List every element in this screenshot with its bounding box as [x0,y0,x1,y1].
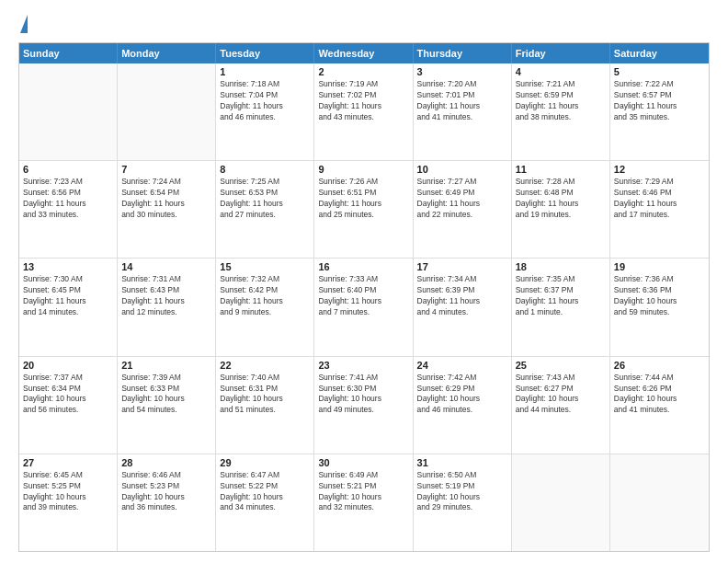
cell-content: Sunrise: 6:47 AMSunset: 5:22 PMDaylight:… [220,470,310,514]
header [18,15,710,33]
cal-cell-1-5: 3Sunrise: 7:20 AMSunset: 7:01 PMDaylight… [414,63,512,160]
weekday-header-monday: Monday [118,43,216,63]
cal-cell-1-1 [19,63,118,160]
day-number: 23 [318,360,408,371]
cal-cell-1-7: 5Sunrise: 7:22 AMSunset: 6:57 PMDaylight… [610,63,709,160]
day-number: 13 [23,261,113,272]
day-number: 25 [516,360,606,371]
day-number: 1 [220,66,310,77]
cell-content: Sunrise: 7:28 AMSunset: 6:48 PMDaylight:… [516,177,606,221]
cell-content: Sunrise: 7:37 AMSunset: 6:34 PMDaylight:… [23,373,113,417]
weekday-header-sunday: Sunday [19,43,118,63]
cell-content: Sunrise: 7:42 AMSunset: 6:29 PMDaylight:… [417,373,507,417]
cal-cell-5-2: 28Sunrise: 6:46 AMSunset: 5:23 PMDayligh… [118,454,216,551]
cal-cell-3-6: 18Sunrise: 7:35 AMSunset: 6:37 PMDayligh… [512,259,610,355]
day-number: 31 [417,457,507,468]
cell-content: Sunrise: 7:30 AMSunset: 6:45 PMDaylight:… [23,274,113,318]
cal-cell-2-7: 12Sunrise: 7:29 AMSunset: 6:46 PMDayligh… [610,161,709,258]
cell-content: Sunrise: 7:33 AMSunset: 6:40 PMDaylight:… [318,274,408,318]
cell-content: Sunrise: 7:39 AMSunset: 6:33 PMDaylight:… [121,373,211,417]
week-row-4: 20Sunrise: 7:37 AMSunset: 6:34 PMDayligh… [19,357,709,454]
cell-content: Sunrise: 6:45 AMSunset: 5:25 PMDaylight:… [23,470,113,514]
day-number: 10 [417,164,507,175]
cal-cell-2-2: 7Sunrise: 7:24 AMSunset: 6:54 PMDaylight… [118,161,216,258]
calendar: SundayMondayTuesdayWednesdayThursdayFrid… [18,42,710,552]
cell-content: Sunrise: 7:20 AMSunset: 7:01 PMDaylight:… [417,79,507,123]
day-number: 29 [220,457,310,468]
page: SundayMondayTuesdayWednesdayThursdayFrid… [0,0,728,563]
cell-content: Sunrise: 7:19 AMSunset: 7:02 PMDaylight:… [318,79,408,123]
day-number: 2 [318,66,408,77]
day-number: 7 [121,164,211,175]
cal-cell-4-2: 21Sunrise: 7:39 AMSunset: 6:33 PMDayligh… [118,357,216,454]
day-number: 5 [614,66,705,77]
cal-cell-5-3: 29Sunrise: 6:47 AMSunset: 5:22 PMDayligh… [216,454,314,551]
cell-content: Sunrise: 7:35 AMSunset: 6:37 PMDaylight:… [516,274,606,318]
cal-cell-5-1: 27Sunrise: 6:45 AMSunset: 5:25 PMDayligh… [19,454,118,551]
week-row-3: 13Sunrise: 7:30 AMSunset: 6:45 PMDayligh… [19,259,709,356]
cal-cell-5-4: 30Sunrise: 6:49 AMSunset: 5:21 PMDayligh… [314,454,413,551]
day-number: 14 [121,261,211,272]
logo [18,15,28,33]
day-number: 27 [23,457,113,468]
cal-cell-3-4: 16Sunrise: 7:33 AMSunset: 6:40 PMDayligh… [314,259,413,355]
day-number: 19 [614,261,705,272]
cal-cell-1-4: 2Sunrise: 7:19 AMSunset: 7:02 PMDaylight… [314,63,413,160]
cell-content: Sunrise: 7:21 AMSunset: 6:59 PMDaylight:… [516,79,606,123]
cell-content: Sunrise: 7:26 AMSunset: 6:51 PMDaylight:… [318,177,408,221]
cell-content: Sunrise: 7:25 AMSunset: 6:53 PMDaylight:… [220,177,310,221]
cal-cell-3-3: 15Sunrise: 7:32 AMSunset: 6:42 PMDayligh… [216,259,314,355]
day-number: 30 [318,457,408,468]
day-number: 9 [318,164,408,175]
day-number: 22 [220,360,310,371]
cal-cell-5-7 [610,454,709,551]
cell-content: Sunrise: 7:43 AMSunset: 6:27 PMDaylight:… [516,373,606,417]
cell-content: Sunrise: 7:40 AMSunset: 6:31 PMDaylight:… [220,373,310,417]
day-number: 11 [516,164,606,175]
cal-cell-1-6: 4Sunrise: 7:21 AMSunset: 6:59 PMDaylight… [512,63,610,160]
day-number: 24 [417,360,507,371]
cal-cell-2-1: 6Sunrise: 7:23 AMSunset: 6:56 PMDaylight… [19,161,118,258]
cal-cell-4-7: 26Sunrise: 7:44 AMSunset: 6:26 PMDayligh… [610,357,709,454]
day-number: 16 [318,261,408,272]
cal-cell-5-6 [512,454,610,551]
day-number: 8 [220,164,310,175]
day-number: 4 [516,66,606,77]
cal-cell-5-5: 31Sunrise: 6:50 AMSunset: 5:19 PMDayligh… [414,454,512,551]
cal-cell-3-1: 13Sunrise: 7:30 AMSunset: 6:45 PMDayligh… [19,259,118,355]
weekday-header-friday: Friday [512,43,610,63]
cal-cell-4-3: 22Sunrise: 7:40 AMSunset: 6:31 PMDayligh… [216,357,314,454]
cell-content: Sunrise: 6:46 AMSunset: 5:23 PMDaylight:… [121,470,211,514]
cell-content: Sunrise: 7:27 AMSunset: 6:49 PMDaylight:… [417,177,507,221]
day-number: 21 [121,360,211,371]
cell-content: Sunrise: 7:36 AMSunset: 6:36 PMDaylight:… [614,274,705,318]
cal-cell-2-3: 8Sunrise: 7:25 AMSunset: 6:53 PMDaylight… [216,161,314,258]
day-number: 12 [614,164,705,175]
cell-content: Sunrise: 7:22 AMSunset: 6:57 PMDaylight:… [614,79,705,123]
cal-cell-4-6: 25Sunrise: 7:43 AMSunset: 6:27 PMDayligh… [512,357,610,454]
cal-cell-1-3: 1Sunrise: 7:18 AMSunset: 7:04 PMDaylight… [216,63,314,160]
week-row-1: 1Sunrise: 7:18 AMSunset: 7:04 PMDaylight… [19,63,709,161]
cell-content: Sunrise: 7:29 AMSunset: 6:46 PMDaylight:… [614,177,705,221]
day-number: 26 [614,360,705,371]
cell-content: Sunrise: 6:49 AMSunset: 5:21 PMDaylight:… [318,470,408,514]
cal-cell-2-4: 9Sunrise: 7:26 AMSunset: 6:51 PMDaylight… [314,161,413,258]
cell-content: Sunrise: 7:31 AMSunset: 6:43 PMDaylight:… [121,274,211,318]
day-number: 28 [121,457,211,468]
cal-cell-3-7: 19Sunrise: 7:36 AMSunset: 6:36 PMDayligh… [610,259,709,355]
day-number: 15 [220,261,310,272]
cell-content: Sunrise: 7:18 AMSunset: 7:04 PMDaylight:… [220,79,310,123]
cell-content: Sunrise: 6:50 AMSunset: 5:19 PMDaylight:… [417,470,507,514]
cal-cell-4-4: 23Sunrise: 7:41 AMSunset: 6:30 PMDayligh… [314,357,413,454]
cal-cell-2-6: 11Sunrise: 7:28 AMSunset: 6:48 PMDayligh… [512,161,610,258]
cell-content: Sunrise: 7:23 AMSunset: 6:56 PMDaylight:… [23,177,113,221]
cal-cell-3-2: 14Sunrise: 7:31 AMSunset: 6:43 PMDayligh… [118,259,216,355]
weekday-header-row: SundayMondayTuesdayWednesdayThursdayFrid… [19,43,709,63]
day-number: 18 [516,261,606,272]
weekday-header-thursday: Thursday [414,43,512,63]
cell-content: Sunrise: 7:41 AMSunset: 6:30 PMDaylight:… [318,373,408,417]
cal-cell-3-5: 17Sunrise: 7:34 AMSunset: 6:39 PMDayligh… [414,259,512,355]
cell-content: Sunrise: 7:32 AMSunset: 6:42 PMDaylight:… [220,274,310,318]
calendar-body: 1Sunrise: 7:18 AMSunset: 7:04 PMDaylight… [19,63,709,551]
cell-content: Sunrise: 7:34 AMSunset: 6:39 PMDaylight:… [417,274,507,318]
